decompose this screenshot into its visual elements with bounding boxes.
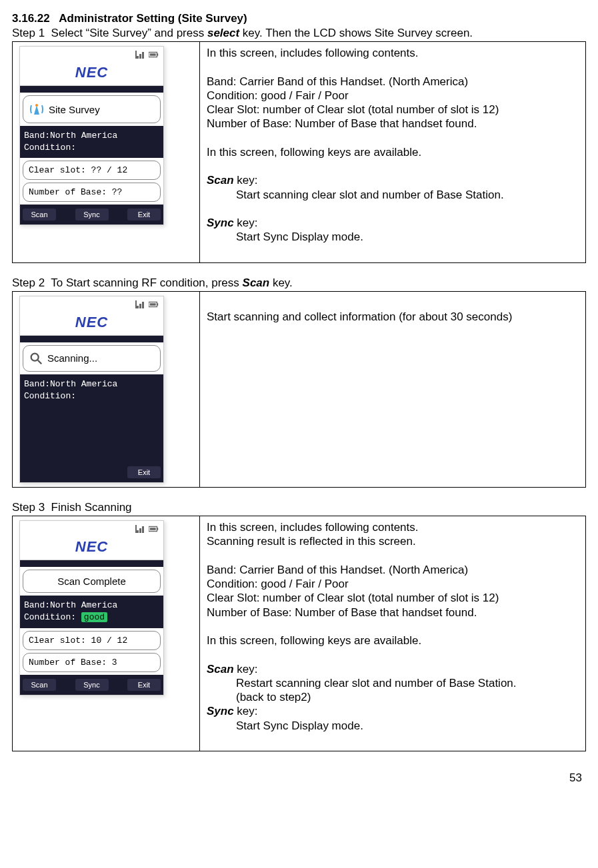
- svg-rect-6: [150, 53, 156, 56]
- svg-line-16: [38, 360, 42, 364]
- phone3-num-base-row: Number of Base: 3: [23, 653, 161, 672]
- step2-table: NEC Scanning... Band:North America Condi…: [12, 291, 586, 488]
- d3-sync-key: Sync key:: [207, 704, 579, 718]
- phone1-clear-slot-row: Clear slot: ?? / 12: [23, 161, 161, 180]
- phone2-dark-band: Band:North America Condition:: [20, 374, 163, 462]
- d3-l6: In this screen, following keys are avail…: [207, 634, 579, 648]
- sync-softkey[interactable]: Sync: [75, 679, 109, 691]
- step2-scan-word: Scan: [243, 276, 270, 289]
- phone3-clear-slot-row: Clear slot: 10 / 12: [23, 631, 161, 650]
- d1-sync-suffix: key:: [234, 217, 258, 229]
- scanning-title-row: Scanning...: [23, 345, 161, 372]
- d1-l6: In this screen, following keys are avail…: [207, 145, 579, 159]
- svg-point-7: [35, 104, 38, 107]
- signal-icon: [135, 525, 146, 533]
- phone3-softkeys: Scan Sync Exit: [20, 675, 163, 695]
- step1-label: Step 1: [12, 27, 45, 39]
- step3-desc-cell: In this screen, includes following conte…: [200, 516, 586, 751]
- d3-l3: Condition: good / Fair / Poor: [207, 577, 579, 591]
- step2-text-b: key.: [269, 276, 293, 289]
- step3-table: NEC Scan Complete Band:North America Con…: [12, 516, 586, 751]
- phone3-num-base: Number of Base: 3: [29, 657, 117, 667]
- phone1-dark-band: Band:North America Condition:: [20, 126, 163, 158]
- step3-text: Finish Scanning: [51, 501, 132, 514]
- blank-softkey: [23, 470, 56, 474]
- d3-l5: Number of Base: Number of Base that hand…: [207, 606, 579, 620]
- svg-marker-9: [139, 304, 141, 308]
- magnifier-icon: [29, 351, 43, 366]
- svg-marker-8: [137, 306, 139, 308]
- step1-table: NEC Site Survey Band:North America Condi…: [12, 41, 586, 263]
- phone2-cond-line: Condition:: [24, 390, 159, 402]
- battery-icon: [149, 300, 159, 308]
- blank-softkey: [75, 470, 109, 474]
- phone-mock-2: NEC Scanning... Band:North America Condi…: [19, 296, 164, 483]
- d1-l1: In this screen, includes following conte…: [207, 46, 579, 60]
- d1-scan-text: Start scanning clear slot and number of …: [236, 188, 579, 202]
- svg-rect-11: [135, 300, 137, 308]
- d3-l4: Clear Slot: number of Clear slot (total …: [207, 591, 579, 605]
- phone1-num-base: Number of Base: ??: [29, 187, 122, 197]
- phone-mock-3: NEC Scan Complete Band:North America Con…: [19, 520, 164, 695]
- sync-softkey[interactable]: Sync: [75, 209, 109, 220]
- page-number: 53: [12, 771, 582, 785]
- svg-marker-18: [139, 528, 141, 533]
- svg-rect-5: [157, 53, 158, 56]
- d1-scan-suffix: key:: [234, 174, 258, 187]
- phone1-num-base-row: Number of Base: ??: [23, 183, 161, 202]
- svg-marker-2: [142, 52, 144, 59]
- d3-scan-text1: Restart scanning clear slot and number o…: [236, 676, 579, 690]
- d1-scan-key: Scan key:: [207, 173, 579, 187]
- exit-softkey[interactable]: Exit: [127, 209, 161, 220]
- d3-scan-key: Scan key:: [207, 662, 579, 676]
- d2-l1: Start scanning and collect information (…: [207, 310, 579, 324]
- svg-rect-13: [157, 303, 158, 306]
- d1-l2: Band: Carrier Band of this Handset. (Nor…: [207, 75, 579, 89]
- d3-scan-label: Scan: [207, 663, 234, 675]
- phone3-cond-row: Condition: good: [24, 612, 159, 624]
- scan-softkey[interactable]: Scan: [23, 679, 56, 691]
- status-bar: [20, 521, 163, 537]
- svg-rect-22: [157, 528, 158, 530]
- d3-l2: Band: Carrier Band of this Handset. (Nor…: [207, 563, 579, 577]
- d1-l3: Condition: good / Fair / Poor: [207, 89, 579, 103]
- nec-logo: NEC: [20, 537, 163, 560]
- d1-l5: Number of Base: Number of Base that hand…: [207, 117, 579, 131]
- antenna-icon: [29, 101, 45, 117]
- d3-l1b: Scanning result is reflected in this scr…: [207, 534, 579, 548]
- section-heading: 3.16.22 Administrator Setting (Site Surv…: [12, 12, 586, 25]
- svg-marker-0: [137, 56, 139, 59]
- phone1-softkeys: Scan Sync Exit: [20, 205, 163, 224]
- step2-desc-cell: Start scanning and collect information (…: [200, 291, 586, 487]
- step1-line: Step 1 Select “Site Survey” and press se…: [12, 27, 586, 40]
- scan-softkey[interactable]: Scan: [23, 209, 56, 220]
- step2-phone-cell: NEC Scanning... Band:North America Condi…: [13, 291, 200, 487]
- exit-softkey[interactable]: Exit: [127, 679, 161, 691]
- d3-sync-text: Start Sync Display mode.: [236, 719, 579, 733]
- phone3-cond-label: Condition:: [24, 612, 76, 622]
- nec-logo: NEC: [20, 312, 163, 336]
- d3-sync-suffix: key:: [234, 705, 258, 717]
- step1-phone-cell: NEC Site Survey Band:North America Condi…: [13, 42, 200, 263]
- phone3-cond-value: good: [81, 612, 107, 622]
- phone1-band-line: Band:North America: [24, 130, 159, 142]
- step1-text-a: Select “Site Survey” and press: [51, 27, 207, 39]
- d1-scan-label: Scan: [207, 174, 234, 187]
- d3-scan-text2: (back to step2): [236, 690, 579, 704]
- phone3-clear-slot: Clear slot: 10 / 12: [29, 636, 127, 646]
- svg-rect-14: [150, 303, 156, 306]
- step3-label: Step 3: [12, 501, 45, 514]
- battery-icon: [149, 51, 159, 59]
- status-bar: [20, 47, 163, 63]
- phone2-band-line: Band:North America: [24, 378, 159, 390]
- section-number: 3.16.22: [12, 12, 50, 25]
- exit-softkey[interactable]: Exit: [127, 466, 161, 478]
- phone1-clear-slot: Clear slot: ?? / 12: [29, 165, 127, 175]
- svg-rect-20: [135, 525, 137, 533]
- d3-sync-label: Sync: [207, 705, 234, 717]
- phone3-dark-band: Band:North America Condition: good: [20, 596, 163, 628]
- scan-complete-title-row: Scan Complete: [23, 570, 161, 593]
- site-survey-title-row: Site Survey: [23, 95, 161, 123]
- step2-label: Step 2: [12, 276, 45, 289]
- step1-text-b: key. Then the LCD shows Site Survey scre…: [239, 27, 473, 39]
